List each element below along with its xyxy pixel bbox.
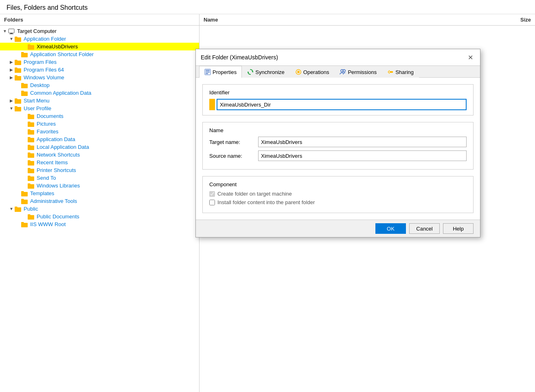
identifier-row <box>209 99 467 110</box>
computer-icon <box>8 28 15 34</box>
target-name-input[interactable] <box>258 137 467 147</box>
svg-rect-5 <box>206 72 210 72</box>
dialog-titlebar: Edit Folder (XimeaUsbDrivers) ✕ <box>196 49 480 66</box>
svg-marker-8 <box>248 72 249 73</box>
tree-item-send-to[interactable]: Send To <box>0 174 199 182</box>
chevron-application-folder: ▼ <box>8 37 15 41</box>
tree-item-application-data[interactable]: Application Data <box>0 135 199 143</box>
chevron-start-menu: ▶ <box>8 98 15 103</box>
svg-rect-2 <box>9 34 13 34</box>
tab-properties-label: Properties <box>213 69 237 75</box>
create-folder-row: Create folder on target machine <box>209 191 467 197</box>
help-button[interactable]: Help <box>443 223 474 234</box>
tree-item-user-profile[interactable]: ▼ User Profile <box>0 105 199 112</box>
folder-icon-windows-volume <box>15 75 22 81</box>
tree-item-pictures[interactable]: Pictures <box>0 120 199 128</box>
tab-sharing[interactable]: Sharing <box>382 66 419 78</box>
tree-item-label-program-files-64: Program Files 64 <box>24 67 64 73</box>
folder-icon-user-profile <box>15 106 22 111</box>
svg-rect-1 <box>10 33 13 34</box>
tree-item-label-application-folder: Application Folder <box>24 36 66 42</box>
source-name-input[interactable] <box>258 150 467 161</box>
left-panel: Folders ▼ Target Computer ▼ Applicat <box>0 14 200 392</box>
identifier-label: Identifier <box>209 89 467 96</box>
tree-item-label-public-documents: Public Documents <box>37 213 79 220</box>
tree-item-program-files-64[interactable]: ▶ Program Files 64 <box>0 66 199 74</box>
tree-item-label-public: Public <box>24 206 38 212</box>
tree-item-start-menu[interactable]: ▶ Start Menu <box>0 97 199 105</box>
dialog-close-button[interactable]: ✕ <box>465 52 475 62</box>
source-name-row: Source name: <box>209 150 467 161</box>
tree-item-label-templates: Templates <box>30 190 54 196</box>
tree-item-label-common-app-data: Common Application Data <box>30 90 91 96</box>
install-content-checkbox[interactable] <box>209 200 215 205</box>
folder-icon-desktop <box>21 83 29 88</box>
right-panel-header: Name Size <box>200 14 535 26</box>
folder-icon-send-to <box>28 175 35 181</box>
folder-icon-favorites <box>28 129 35 135</box>
tree-item-app-shortcut[interactable]: Application Shortcut Folder <box>0 50 199 58</box>
folders-header: Folders <box>0 14 199 26</box>
tree-item-label-admin-tools: Administrative Tools <box>30 198 77 204</box>
identifier-input[interactable] <box>217 99 467 110</box>
tab-operations[interactable]: Operations <box>290 66 335 78</box>
chevron-public: ▼ <box>8 207 15 211</box>
target-name-label: Target name: <box>209 139 258 145</box>
svg-point-10 <box>297 71 300 73</box>
tab-synchronize-label: Synchronize <box>255 69 285 75</box>
folder-icon-recent-items <box>28 160 35 166</box>
tree-item-desktop[interactable]: Desktop <box>0 81 199 89</box>
chevron-target-computer: ▼ <box>2 29 8 33</box>
tree-item-windows-volume[interactable]: ▶ Windows Volume <box>0 74 199 81</box>
edit-folder-dialog: Edit Folder (XimeaUsbDrivers) ✕ Properti… <box>195 49 480 237</box>
tree-item-label-program-files: Program Files <box>24 59 57 65</box>
tab-permissions[interactable]: Permissions <box>334 66 382 78</box>
tree-item-favorites[interactable]: Favorites <box>0 128 199 135</box>
tree-item-label-network-shortcuts: Network Shortcuts <box>37 152 80 158</box>
dialog-footer: OK Cancel Help <box>196 220 480 237</box>
tab-properties[interactable]: Properties <box>199 66 242 78</box>
tab-synchronize[interactable]: Synchronize <box>242 66 290 78</box>
tree-item-templates[interactable]: Templates <box>0 189 199 197</box>
dialog-tabs: Properties Synchronize <box>196 66 480 78</box>
svg-rect-13 <box>390 71 393 73</box>
cancel-button[interactable]: Cancel <box>409 223 440 234</box>
tree-item-printer-shortcuts[interactable]: Printer Shortcuts <box>0 166 199 174</box>
tree-item-recent-items[interactable]: Recent Items <box>0 159 199 166</box>
name-section-label: Name <box>209 127 467 133</box>
tree-item-common-app-data[interactable]: Common Application Data <box>0 89 199 97</box>
tree-item-documents[interactable]: Documents <box>0 112 199 120</box>
tree-item-windows-libraries[interactable]: Windows Libraries <box>0 182 199 189</box>
permissions-tab-icon <box>340 69 346 75</box>
tree-item-label-windows-volume: Windows Volume <box>24 74 64 81</box>
tree-item-public[interactable]: ▼ Public <box>0 205 199 213</box>
source-name-label: Source name: <box>209 153 258 159</box>
tree-item-label-application-data: Application Data <box>37 136 75 142</box>
tree-item-label-desktop: Desktop <box>30 82 50 88</box>
folder-icon-program-files-64 <box>15 67 22 73</box>
tree-item-label-iis-www-root: IIS WWW Root <box>30 221 66 227</box>
folder-icon-admin-tools <box>21 198 29 204</box>
tab-sharing-label: Sharing <box>395 69 414 75</box>
folder-icon-documents <box>28 113 35 119</box>
tree-item-label-favorites: Favorites <box>37 128 58 135</box>
tree-item-ximea-usb-drivers[interactable]: XimeaUsbDrivers <box>0 43 199 50</box>
ok-button[interactable]: OK <box>375 223 406 234</box>
create-folder-checkbox[interactable] <box>209 191 215 197</box>
tree-item-local-app-data[interactable]: Local Application Data <box>0 143 199 151</box>
tree-item-admin-tools[interactable]: Administrative Tools <box>0 197 199 205</box>
tree-item-network-shortcuts[interactable]: Network Shortcuts <box>0 151 199 159</box>
tree-item-program-files[interactable]: ▶ Program Files <box>0 58 199 66</box>
folder-icon-network-shortcuts <box>28 152 35 158</box>
folder-icon-printer-shortcuts <box>28 168 35 173</box>
tree-item-iis-www-root[interactable]: IIS WWW Root <box>0 220 199 228</box>
tree-item-label-user-profile: User Profile <box>24 105 51 111</box>
dialog-title: Edit Folder (XimeaUsbDrivers) <box>201 54 278 61</box>
folder-icon-pictures <box>28 121 35 127</box>
tree-item-application-folder[interactable]: ▼ Application Folder <box>0 35 199 43</box>
tree-item-label-target-computer: Target Computer <box>17 28 57 34</box>
folder-icon-ximea <box>28 44 35 50</box>
title-bar: Files, Folders and Shortcuts <box>0 0 535 14</box>
tree-item-public-documents[interactable]: Public Documents <box>0 213 199 220</box>
tree-item-target-computer[interactable]: ▼ Target Computer <box>0 27 199 35</box>
